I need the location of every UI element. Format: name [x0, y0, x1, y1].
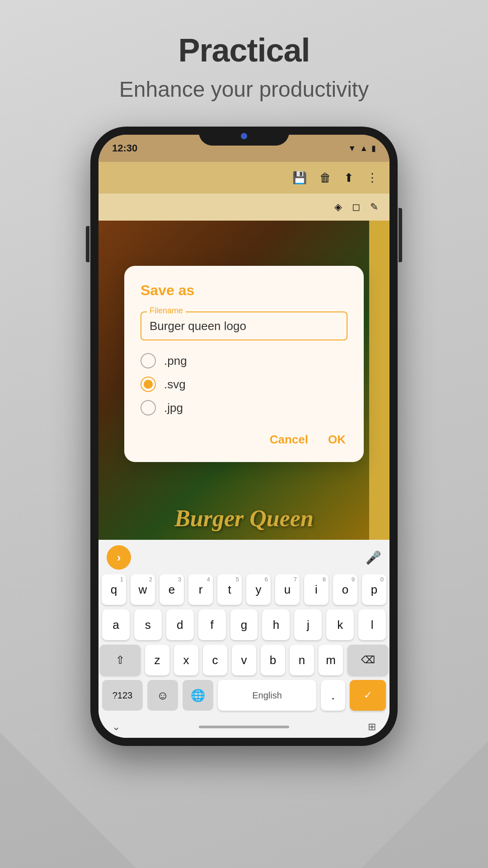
key-n[interactable]: n: [290, 645, 314, 675]
bottom-bar: ⌄ ⊞: [99, 716, 389, 738]
home-bar: [199, 726, 289, 728]
signal-icon: ▲: [360, 144, 368, 153]
phone-screen: 12:30 ▼ ▲ ▮ 💾 🗑 ⬆ ⋮ ◈ ◻ ✎ Burger Queen: [99, 135, 389, 738]
power-button: [399, 208, 402, 262]
page-title: Practical: [178, 32, 310, 69]
filename-input[interactable]: [141, 311, 347, 340]
phone-frame: 12:30 ▼ ▲ ▮ 💾 🗑 ⬆ ⋮ ◈ ◻ ✎ Burger Queen: [90, 127, 398, 746]
key-x[interactable]: x: [174, 645, 198, 675]
key-t[interactable]: 5t: [217, 574, 242, 605]
keyboard-row-3: ⇧ z x c v b n m ⌫: [102, 645, 386, 675]
battery-icon: ▮: [371, 143, 376, 153]
shift-key[interactable]: ⇧: [100, 645, 141, 675]
key-c[interactable]: c: [203, 645, 227, 675]
format-options: .png .svg .jpg: [141, 353, 347, 415]
key-p[interactable]: 0p: [362, 574, 386, 605]
ok-button[interactable]: OK: [326, 430, 347, 449]
key-e[interactable]: 3e: [160, 574, 184, 605]
camera-dot: [241, 133, 247, 139]
status-time: 12:30: [112, 142, 137, 154]
keyboard-grid-icon[interactable]: ⊞: [368, 721, 376, 733]
wifi-icon: ▼: [348, 144, 356, 153]
pencil-tool-icon[interactable]: ✎: [370, 201, 378, 213]
jpg-label: .jpg: [164, 401, 183, 415]
volume-button: [86, 226, 89, 262]
key-m[interactable]: m: [319, 645, 343, 675]
filename-field-wrapper: Filename: [141, 311, 347, 340]
key-u[interactable]: 7u: [275, 574, 300, 605]
enter-key[interactable]: ✓: [350, 680, 386, 711]
filename-label: Filename: [147, 306, 186, 316]
svg-radio-inner: [144, 380, 153, 389]
key-q[interactable]: 1q: [102, 574, 126, 605]
save-as-dialog: Save as Filename .png: [124, 266, 364, 462]
key-y[interactable]: 6y: [246, 574, 271, 605]
key-d[interactable]: d: [166, 609, 194, 640]
delete-icon[interactable]: 🗑: [319, 171, 331, 185]
more-icon[interactable]: ⋮: [366, 171, 378, 185]
key-g[interactable]: g: [230, 609, 258, 640]
status-icons: ▼ ▲ ▮: [348, 143, 376, 153]
eraser-tool-icon[interactable]: ◻: [352, 201, 360, 213]
key-a[interactable]: a: [102, 609, 130, 640]
page-subtitle: Enhance your productivity: [119, 77, 369, 102]
key-f[interactable]: f: [198, 609, 226, 640]
keyboard-mic-icon[interactable]: 🎤: [366, 550, 381, 565]
keyboard-top-row: › 🎤: [102, 545, 386, 574]
share-icon[interactable]: ⬆: [344, 171, 354, 185]
language-key[interactable]: 🌐: [183, 680, 213, 711]
key-k[interactable]: k: [326, 609, 354, 640]
png-radio[interactable]: [141, 353, 156, 368]
key-123[interactable]: ?123: [102, 680, 143, 711]
keyboard-area: › 🎤 1q 2w 3e 4r 5t 6y 7u 8i 9o 0p a s d: [99, 540, 389, 716]
backspace-key[interactable]: ⌫: [347, 645, 388, 675]
key-j[interactable]: j: [294, 609, 322, 640]
png-option[interactable]: .png: [141, 353, 347, 368]
dialog-overlay: Save as Filename .png: [99, 221, 389, 540]
keyboard-row-2: a s d f g h j k l: [102, 609, 386, 640]
key-o[interactable]: 9o: [333, 574, 357, 605]
keyboard-expand-button[interactable]: ›: [107, 545, 131, 570]
app-toolbar: 💾 🗑 ⬆ ⋮: [99, 162, 389, 193]
save-icon[interactable]: 💾: [292, 171, 307, 185]
key-h[interactable]: h: [262, 609, 290, 640]
canvas-area[interactable]: Burger Queen Save as Filename .png: [99, 221, 389, 540]
key-z[interactable]: z: [145, 645, 169, 675]
svg-radio[interactable]: [141, 377, 156, 392]
dialog-actions: Cancel OK: [141, 430, 347, 449]
key-l[interactable]: l: [358, 609, 386, 640]
key-v[interactable]: v: [232, 645, 256, 675]
phone-notch: [199, 127, 289, 146]
png-label: .png: [164, 354, 187, 368]
dialog-title: Save as: [141, 282, 347, 299]
jpg-option[interactable]: .jpg: [141, 400, 347, 415]
key-r[interactable]: 4r: [188, 574, 213, 605]
chevron-down-icon[interactable]: ⌄: [112, 721, 120, 733]
key-s[interactable]: s: [134, 609, 162, 640]
svg-option[interactable]: .svg: [141, 377, 347, 392]
fill-tool-icon[interactable]: ◈: [334, 201, 342, 213]
cancel-button[interactable]: Cancel: [268, 430, 310, 449]
svg-label: .svg: [164, 377, 186, 392]
keyboard-row-1: 1q 2w 3e 4r 5t 6y 7u 8i 9o 0p: [102, 574, 386, 605]
key-i[interactable]: 8i: [304, 574, 328, 605]
keyboard-bottom-row: ?123 ☺ 🌐 English . ✓: [102, 680, 386, 711]
space-key[interactable]: English: [218, 680, 316, 711]
key-w[interactable]: 2w: [131, 574, 155, 605]
jpg-radio[interactable]: [141, 400, 156, 415]
key-b[interactable]: b: [261, 645, 285, 675]
dot-key[interactable]: .: [321, 680, 345, 711]
drawing-toolbar: ◈ ◻ ✎: [99, 193, 389, 221]
emoji-key[interactable]: ☺: [147, 680, 178, 711]
